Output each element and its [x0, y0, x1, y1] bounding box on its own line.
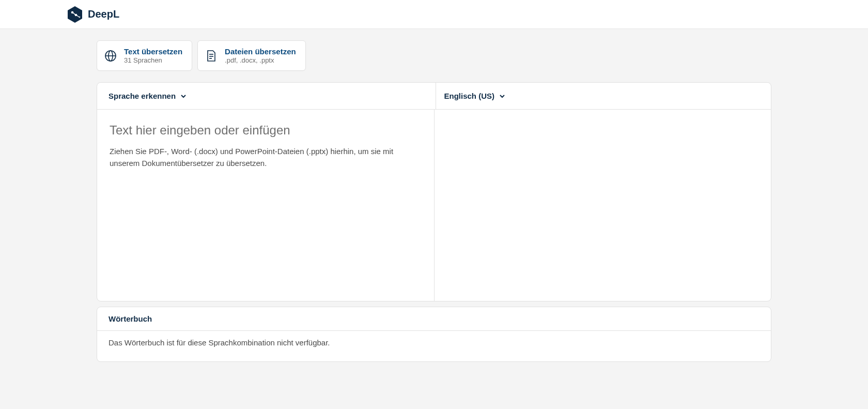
tab-translate-files[interactable]: Dateien übersetzen .pdf, .docx, .pptx [197, 40, 306, 71]
tab-title: Dateien übersetzen [225, 47, 296, 56]
deepl-logo-icon [67, 6, 83, 23]
brand-name: DeepL [88, 8, 119, 20]
source-text-area[interactable]: Text hier eingeben oder einfügen Ziehen … [97, 110, 435, 301]
target-language-selector[interactable]: Englisch (US) [444, 92, 506, 100]
mode-tabs: Text übersetzen 31 Sprachen Dateien über… [97, 40, 771, 71]
dictionary-panel: Wörterbuch Das Wörterbuch ist für diese … [97, 307, 771, 362]
dictionary-title: Wörterbuch [97, 307, 771, 331]
tab-translate-text[interactable]: Text übersetzen 31 Sprachen [97, 40, 192, 71]
chevron-down-icon [499, 93, 506, 100]
document-icon [205, 50, 218, 62]
page-body: Text übersetzen 31 Sprachen Dateien über… [0, 29, 868, 409]
tab-subtitle: 31 Sprachen [124, 56, 182, 64]
text-panes: Text hier eingeben oder einfügen Ziehen … [97, 110, 771, 301]
source-placeholder-desc: Ziehen Sie PDF-, Word- (.docx) und Power… [110, 146, 399, 169]
source-language-label: Sprache erkennen [109, 92, 176, 100]
dictionary-message: Das Wörterbuch ist für diese Sprachkombi… [97, 331, 771, 361]
brand-logo[interactable]: DeepL [67, 6, 119, 23]
language-bar: Sprache erkennen Englisch (US) [97, 83, 771, 110]
globe-icon [104, 50, 117, 62]
app-header: DeepL [0, 0, 868, 29]
target-language-label: Englisch (US) [444, 92, 495, 100]
translator-panel: Sprache erkennen Englisch (US) [97, 82, 771, 301]
target-text-area [435, 110, 771, 301]
source-placeholder-title: Text hier eingeben oder einfügen [110, 123, 422, 138]
chevron-down-icon [180, 93, 187, 100]
source-language-selector[interactable]: Sprache erkennen [109, 92, 187, 100]
tab-title: Text übersetzen [124, 47, 182, 56]
tab-subtitle: .pdf, .docx, .pptx [225, 56, 296, 64]
